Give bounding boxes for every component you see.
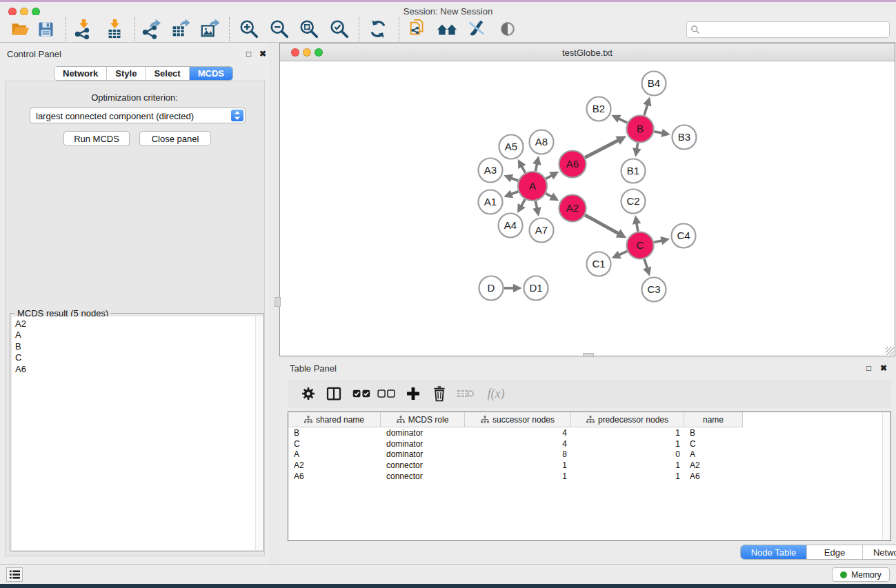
column-header-name[interactable]: name [684, 412, 743, 427]
tab-style[interactable]: Style [106, 67, 145, 80]
table-cell[interactable]: C [684, 438, 743, 449]
search-field[interactable] [686, 21, 890, 38]
import-table-icon[interactable] [103, 18, 126, 40]
mcds-result-item[interactable]: A6 [15, 364, 263, 375]
network-window-titlebar[interactable]: testGlobe.txt [280, 43, 895, 61]
close-panel-icon[interactable]: ✖ [259, 49, 266, 59]
table-cell[interactable]: B [288, 427, 381, 438]
add-column-icon[interactable] [403, 383, 424, 404]
table-cell[interactable]: A2 [288, 460, 381, 471]
column-header-mcds-role[interactable]: MCDS role [381, 412, 465, 427]
graph-edge[interactable] [654, 132, 663, 133]
criterion-select[interactable]: largest connected component (directed) [30, 108, 246, 123]
graph-edge[interactable] [618, 251, 627, 255]
table-cell[interactable]: B [684, 427, 743, 438]
float-table-panel-icon[interactable]: □ [866, 363, 871, 373]
node-table[interactable]: shared name MCDS role successor nodes pr… [288, 412, 891, 541]
table-row[interactable]: A6connector11A6 [288, 471, 890, 482]
memory-button[interactable]: Memory [832, 567, 890, 582]
export-table-icon[interactable] [169, 18, 191, 40]
table-cell[interactable]: connector [381, 471, 465, 482]
close-table-panel-icon[interactable]: ✖ [880, 363, 887, 373]
table-cell[interactable]: A6 [684, 471, 743, 482]
mcds-result-item[interactable]: A [15, 330, 263, 341]
duplicate-network-icon[interactable] [407, 18, 429, 40]
table-cell[interactable]: 1 [571, 460, 684, 471]
tab-network[interactable]: Network [54, 67, 106, 80]
function-builder-icon[interactable]: f(x) [482, 383, 510, 404]
run-mcds-button[interactable]: Run MCDS [63, 131, 130, 146]
table-cell[interactable]: 4 [465, 427, 571, 438]
table-cell[interactable]: C [288, 438, 381, 449]
home-icon[interactable] [436, 18, 458, 40]
table-body[interactable]: Bdominator41BCdominator41CAdominator80AA… [288, 427, 890, 481]
delete-column-icon[interactable] [429, 383, 450, 404]
mcds-result-item[interactable]: B [15, 341, 263, 352]
column-header-successor-nodes[interactable]: successor nodes [465, 412, 571, 427]
column-header-shared-name[interactable]: shared name [288, 412, 381, 427]
table-cell[interactable]: 1 [571, 438, 684, 449]
table-row[interactable]: Cdominator41C [288, 438, 890, 449]
graph-edge[interactable] [644, 104, 648, 116]
tab-network-table[interactable]: Network Table [862, 545, 896, 559]
table-cell[interactable]: 1 [571, 471, 684, 482]
mcds-result-item[interactable]: A2 [15, 318, 263, 330]
network-canvas[interactable]: AA1A2A3A4A5A6A7A8BB1B2B3B4CC1C2C3C4DD1 [280, 61, 895, 356]
table-scrollbar[interactable] [882, 412, 890, 540]
task-history-button[interactable] [6, 567, 23, 582]
table-cell[interactable]: A [684, 449, 743, 460]
hide-annotations-icon[interactable] [466, 18, 488, 40]
result-scrollbar[interactable] [255, 316, 263, 550]
graph-edge[interactable] [644, 259, 648, 270]
mcds-result-list[interactable]: A2ABCA6 [12, 316, 263, 550]
graph-edge[interactable] [585, 215, 619, 234]
table-cell[interactable]: 4 [465, 438, 571, 449]
zoom-fit-icon[interactable] [298, 18, 320, 40]
table-cell[interactable]: 1 [571, 427, 684, 438]
zoom-out-icon[interactable] [268, 18, 290, 40]
table-cell[interactable]: 0 [571, 449, 684, 460]
search-input[interactable] [686, 21, 890, 38]
export-network-icon[interactable] [140, 18, 162, 40]
table-cell[interactable]: dominator [381, 449, 465, 460]
eye-icon[interactable] [497, 18, 519, 40]
splitter-handle[interactable] [275, 297, 281, 307]
tab-select[interactable]: Select [145, 67, 188, 80]
column-header-predecessor-nodes[interactable]: predecessor nodes [571, 412, 684, 427]
table-row[interactable]: Adominator80A [288, 449, 890, 460]
open-file-icon[interactable] [9, 18, 31, 40]
refresh-layout-icon[interactable] [367, 18, 389, 40]
table-cell[interactable]: A2 [684, 460, 743, 471]
delete-table-icon[interactable] [455, 383, 476, 404]
table-cell[interactable]: connector [381, 460, 465, 471]
network-graph[interactable]: AA1A2A3A4A5A6A7A8BB1B2B3B4CC1C2C3C4DD1 [280, 61, 895, 356]
table-cell[interactable]: 1 [465, 471, 571, 482]
zoom-in-icon[interactable] [238, 18, 260, 40]
splitter-handle[interactable] [583, 353, 594, 357]
table-row[interactable]: Bdominator41B [288, 427, 890, 438]
table-cell[interactable]: 8 [465, 449, 571, 460]
settings-gear-icon[interactable] [298, 383, 319, 404]
table-cell[interactable]: 1 [465, 460, 571, 471]
deselect-all-icon[interactable] [376, 383, 397, 404]
table-row[interactable]: A2connector11A2 [288, 460, 890, 471]
split-columns-icon[interactable] [323, 383, 344, 404]
zoom-selected-icon[interactable] [328, 18, 350, 40]
tab-edge-table[interactable]: Edge Table [806, 545, 862, 559]
graph-edge[interactable] [585, 140, 619, 158]
table-cell[interactable]: A6 [288, 471, 381, 482]
resize-grip-icon[interactable] [886, 347, 894, 355]
save-session-icon[interactable] [34, 18, 57, 40]
tab-node-table[interactable]: Node Table [741, 545, 806, 559]
graph-edge[interactable] [618, 119, 628, 123]
import-network-icon[interactable] [72, 18, 94, 40]
tab-mcds[interactable]: MCDS [189, 67, 232, 80]
table-cell[interactable]: dominator [381, 438, 465, 449]
select-all-icon[interactable] [351, 383, 372, 404]
mcds-result-item[interactable]: C [15, 352, 263, 363]
float-panel-icon[interactable]: □ [246, 49, 251, 59]
close-panel-button[interactable]: Close panel [139, 131, 211, 146]
export-image-icon[interactable] [199, 18, 221, 40]
table-cell[interactable]: A [288, 449, 381, 460]
table-cell[interactable]: dominator [381, 427, 465, 438]
